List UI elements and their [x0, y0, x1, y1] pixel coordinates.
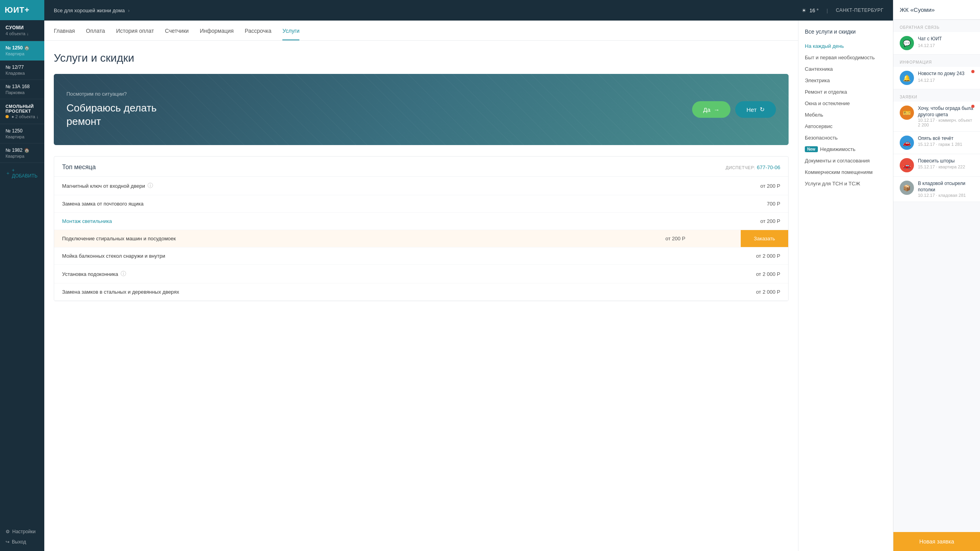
ticket-fence[interactable]: 🎫 Хочу, чтобы ограда была другого цвета … [893, 102, 980, 132]
category-docs[interactable]: Документы и согласования [805, 155, 887, 166]
banner-no-button[interactable]: Нет ↻ [735, 101, 776, 118]
ticket-curtains-icon: 🚗 [900, 158, 914, 172]
ticket-fence-sub: 10.12.17 · коммерч. объект 2 200 [918, 118, 974, 127]
new-ticket-button[interactable]: Новая заявка [893, 532, 980, 551]
service-row-doors-locks: Замена замков в стальных и деревянных дв… [54, 283, 788, 301]
gear-icon: ⚙ [6, 529, 10, 534]
dispatcher-info: ДИСПЕТЧЕР: 677-70-06 [726, 164, 780, 170]
plus-icon: ＋ [6, 170, 10, 177]
categories-title: Все услуги и скидки [805, 28, 887, 35]
info-icon-magnetic[interactable]: ⓘ [148, 182, 153, 189]
news-title: Новости по дому 243 [918, 71, 974, 77]
service-price-windowsill: от 2 000 Р [756, 271, 780, 277]
sidebar: ЮИТ+ СУОМИ 4 объекта ↓ № 1250 🏠 Квартира… [0, 0, 44, 551]
logout-button[interactable]: ↪ Выход [6, 537, 39, 547]
sidebar-1982-icon: 🏠 [24, 148, 30, 153]
news-notification[interactable]: 🔔 Новости по дому 243 14.12.17 [893, 67, 980, 89]
chat-date: 14.12.17 [918, 43, 974, 48]
sidebar-1982-num: № 1982 [6, 147, 23, 153]
ticket-ceiling[interactable]: 📦 В кладовой отсырели потолки 10.12.17 ·… [893, 177, 980, 202]
ticket-flow-sub: 15.12.17 · гараж 1 281 [918, 142, 974, 147]
dispatcher-phone: 677-70-06 [757, 164, 780, 170]
ticket-ceiling-title: В кладовой отсырели потолки [918, 181, 974, 193]
category-electricity[interactable]: Электрика [805, 75, 887, 86]
category-tsn[interactable]: Услуги для ТСН и ТСЖ [805, 178, 887, 189]
category-furniture[interactable]: Мебель [805, 109, 887, 121]
info-icon-windowsill[interactable]: ⓘ [121, 270, 126, 277]
page-area: Главная Оплата История оплат Счетчики Ин… [44, 21, 893, 551]
weather-divider: | [827, 8, 828, 13]
settings-button[interactable]: ⚙ Настройки [6, 526, 39, 537]
breadcrumb: Все для хорошей жизни дома › [54, 8, 802, 13]
sidebar-section-smolny-sub: ● 2 объекта ↓ [6, 114, 39, 119]
sidebar-item-13a168-parking[interactable]: № 13А 168 Парковка [0, 80, 44, 99]
far-right-panel: ЖК «Суоми» ОБРАТНАЯ СВЯЗЬ 💬 Чат с ЮИТ 14… [893, 0, 980, 551]
category-plumbing[interactable]: Сантехника [805, 63, 887, 75]
category-everyday[interactable]: На каждый день [805, 40, 887, 52]
category-security[interactable]: Безопасность [805, 132, 887, 143]
services-header: Топ месяца ДИСПЕТЧЕР: 677-70-06 [54, 157, 788, 177]
tab-oplata[interactable]: Оплата [86, 21, 105, 40]
news-date: 14.12.17 [918, 78, 974, 83]
category-commercial[interactable]: Коммерческим помещениям [805, 166, 887, 178]
services-card: Топ месяца ДИСПЕТЧЕР: 677-70-06 Магнитны… [54, 156, 789, 301]
category-windows[interactable]: Окна и остекление [805, 98, 887, 109]
ticket-flow[interactable]: 🚗 Опять всё течёт 15.12.17 · гараж 1 281 [893, 132, 980, 154]
category-renovation[interactable]: Ремонт и отделка [805, 86, 887, 98]
service-row-magnetic-key: Магнитный ключ от входной двери ⓘ от 200… [54, 177, 788, 195]
topbar: Все для хорошей жизни дома › ☀ 16 ° | СА… [44, 0, 893, 21]
tab-history[interactable]: История оплат [116, 21, 154, 40]
logout-icon: ↪ [6, 539, 9, 545]
page-title: Услуги и скидки [54, 52, 789, 64]
far-right-header: ЖК «Суоми» [893, 0, 980, 20]
logo-area[interactable]: ЮИТ+ [0, 0, 44, 20]
sidebar-item-smolny-1250[interactable]: № 1250 Квартира [0, 124, 44, 143]
ticket-curtains-body: Повесить шторы 15.12.17 · квартира 222 [918, 158, 974, 169]
sidebar-section-smolny-title: СМОЛЬНЫЙ ПРОСПЕКТ [6, 104, 39, 113]
service-name-balcony: Мойка балконных стекол снаружи и внутри [62, 253, 165, 259]
category-autoservice[interactable]: Автосервис [805, 121, 887, 132]
service-name-lock: Замена замка от почтового ящика [62, 201, 144, 207]
sidebar-item-1277-kladovka[interactable]: № 12/77 Кладовка [0, 60, 44, 80]
banner-title: Собираюсь делатьремонт [66, 102, 676, 128]
sidebar-item-1250-type: Квартира [6, 51, 39, 56]
refresh-icon: ↻ [760, 106, 765, 113]
ticket-curtains[interactable]: 🚗 Повесить шторы 15.12.17 · квартира 222 [893, 154, 980, 177]
ticket-fence-icon: 🎫 [900, 106, 914, 120]
sidebar-section-suomi[interactable]: СУОМИ 4 объекта ↓ [0, 20, 44, 41]
service-name-lamp[interactable]: Монтаж светильника [62, 218, 112, 224]
service-price-lock: 700 Р [767, 201, 780, 207]
category-realty[interactable]: New Недвижимость [805, 143, 887, 155]
unread-dot-news [971, 70, 974, 73]
sidebar-section-suomi-sub: 4 объекта ↓ [6, 31, 39, 36]
sidebar-1982-type: Квартира [6, 154, 39, 159]
ticket-flow-icon: 🚗 [900, 136, 914, 150]
service-row-balcony: Мойка балконных стекол снаружи и внутри … [54, 247, 788, 265]
category-household[interactable]: Быт и первая необходимость [805, 52, 887, 63]
chat-body: Чат с ЮИТ 14.12.17 [918, 36, 974, 48]
sidebar-section-smolny[interactable]: СМОЛЬНЫЙ ПРОСПЕКТ ● 2 объекта ↓ [0, 99, 44, 124]
service-name-windowsill: Установка подоконника [62, 271, 118, 277]
new-badge: New [805, 146, 818, 152]
feedback-section-label: ОБРАТНАЯ СВЯЗЬ [893, 20, 980, 32]
logo-text: ЮИТ+ [5, 6, 30, 15]
center-content: Главная Оплата История оплат Счетчики Ин… [44, 21, 798, 551]
temperature-text: 16 ° [810, 8, 819, 13]
weather-widget: ☀ 16 ° | САНКТ-ПЕТЕРБУРГ [802, 8, 884, 13]
tab-info[interactable]: Информация [200, 21, 234, 40]
add-object-button[interactable]: ＋ + ДОБАВИТЬ [0, 163, 44, 183]
sidebar-section-suomi-title: СУОМИ [6, 25, 39, 30]
chat-notification[interactable]: 💬 Чат с ЮИТ 14.12.17 [893, 32, 980, 55]
service-name-windowsill-wrap: Установка подоконника ⓘ [62, 270, 126, 277]
order-button-washing[interactable]: Заказать [741, 230, 788, 247]
tab-schetchiki[interactable]: Счетчики [165, 21, 189, 40]
sidebar-item-1982[interactable]: № 1982 🏠 Квартира [0, 143, 44, 163]
bell-icon: 🔔 [900, 71, 914, 85]
banner-yes-button[interactable]: Да → [692, 101, 731, 118]
service-price-magnetic: от 200 Р [761, 183, 780, 189]
main-content: Все для хорошей жизни дома › ☀ 16 ° | СА… [44, 0, 893, 551]
sidebar-item-1250-kvartira[interactable]: № 1250 🏠 Квартира [0, 41, 44, 60]
tab-rassrochka[interactable]: Рассрочка [245, 21, 271, 40]
tab-glavnaya[interactable]: Главная [54, 21, 75, 40]
tab-uslugi[interactable]: Услуги [282, 21, 299, 40]
